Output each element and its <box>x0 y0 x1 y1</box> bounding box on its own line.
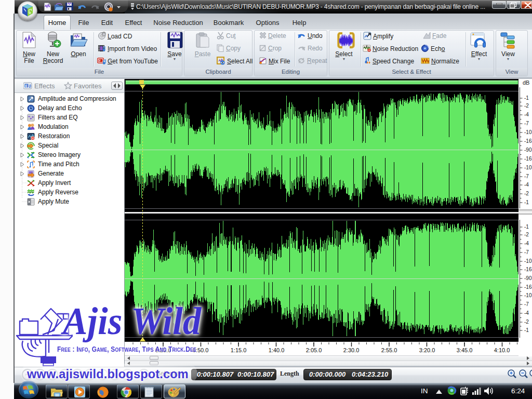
svg-text:E: E <box>25 84 28 88</box>
svg-text:T: T <box>99 59 101 62</box>
